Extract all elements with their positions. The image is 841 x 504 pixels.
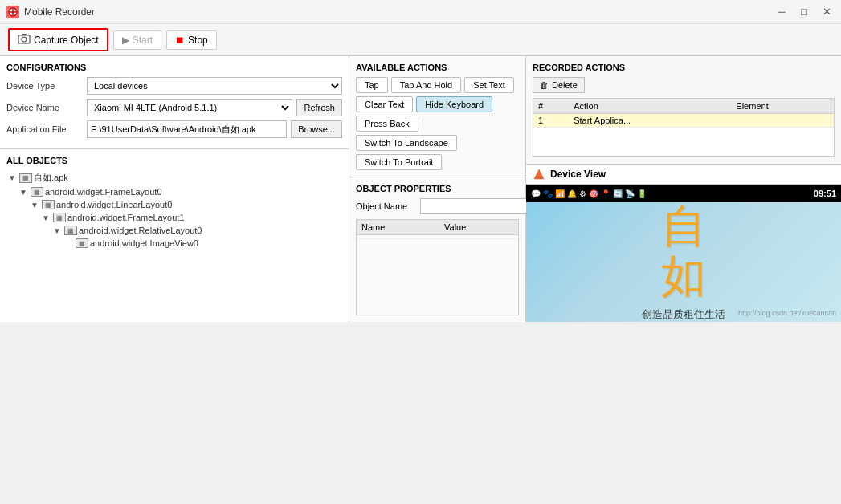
start-button[interactable]: ▶ Start [113, 30, 161, 50]
action-btn-tap[interactable]: Tap [356, 77, 388, 93]
device-view-logo [533, 168, 545, 181]
middle-panel: AVAILABLE ACTIONS TapTap And HoldSet Tex… [349, 56, 526, 322]
tree-label: android.widget.ImageView0 [90, 238, 198, 248]
tree-arrow: ▼ [29, 201, 40, 209]
tree-arrow: ▼ [40, 213, 51, 222]
recorded-col-num: # [533, 99, 569, 114]
device-name-label: Device Name [6, 103, 83, 112]
maximize-button[interactable]: □ [796, 4, 812, 20]
row-action: Start Applica... [569, 114, 731, 128]
action-btn-switch-portrait[interactable]: Switch To Portrait [356, 154, 442, 170]
wifi-icon: 🐾 [543, 189, 553, 198]
device-screen: 💬 🐾 📶 🔔 ⚙ 🎯 📍 🔄 📡 🔋 09:51 [526, 185, 841, 322]
all-objects-section: ALL OBJECTS ▼ ▦ 自如.apk ▼ ▦ android.widge… [0, 149, 349, 322]
tree-label: android.widget.LinearLayout0 [56, 200, 172, 209]
tree-item[interactable]: ▦ android.widget.ImageView0 [6, 237, 342, 250]
capture-object-button[interactable]: Capture Object [8, 28, 108, 51]
browse-button[interactable]: Browse... [291, 120, 342, 138]
app-file-label: Application File [6, 124, 83, 134]
device-type-select[interactable]: Local devices [87, 77, 342, 95]
window-controls: ─ □ ✕ [774, 4, 835, 20]
tree-item[interactable]: ▼ ▦ android.widget.FrameLayout1 [6, 211, 342, 224]
row-element [731, 114, 834, 128]
title-bar-left: Mobile Recorder [6, 6, 95, 18]
tree-label: android.widget.FrameLayout1 [67, 213, 185, 222]
watermark: http://blog.csdn.net/xuecancan [738, 309, 836, 317]
tree-arrow: ▼ [18, 188, 29, 197]
recorded-col-action: Action [569, 99, 731, 114]
available-actions-section: AVAILABLE ACTIONS TapTap And HoldSet Tex… [349, 56, 525, 177]
configurations-section: CONFIGURATIONS Device Type Local devices… [0, 56, 349, 149]
object-name-input[interactable] [420, 198, 537, 214]
refresh-button[interactable]: Refresh [296, 99, 342, 116]
recorded-table: # Action Element 1Start Applica... [533, 98, 835, 157]
tree-item[interactable]: ▼ ▦ 自如.apk [6, 170, 342, 185]
tree-item[interactable]: ▼ ▦ android.widget.FrameLayout0 [6, 185, 342, 198]
action-btn-switch-landscape[interactable]: Switch To Landscape [356, 135, 457, 151]
stop-button[interactable]: ⏹ Stop [166, 30, 217, 50]
cursor-icon: 🎯 [589, 189, 598, 198]
start-icon: ▶ [122, 35, 129, 46]
object-props-title: OBJECT PROPERTIES [356, 184, 519, 193]
svg-rect-5 [22, 34, 27, 35]
props-col-name: Name [357, 220, 439, 235]
app-title: Mobile Recorder [24, 6, 95, 18]
tree-arrow: ▼ [51, 226, 63, 235]
tree-arrow: ▼ [6, 173, 18, 182]
tree-label: android.widget.RelativeLayout0 [79, 226, 202, 235]
status-icons-left: 💬 🐾 📶 🔔 ⚙ 🎯 📍 🔄 📡 🔋 [531, 189, 647, 198]
device-type-row: Device Type Local devices [6, 77, 342, 95]
device-content: 自 如 创造品质租住生活 [526, 202, 841, 322]
configurations-title: CONFIGURATIONS [6, 63, 342, 72]
actions-buttons-container: TapTap And HoldSet TextClear TextHide Ke… [356, 77, 519, 170]
trash-icon: 🗑 [540, 80, 549, 90]
left-panel: CONFIGURATIONS Device Type Local devices… [0, 56, 349, 322]
app-logo: 自 如 [661, 202, 706, 301]
network1-icon: 🔄 [613, 189, 623, 198]
object-name-row: Object Name [356, 198, 519, 214]
recorded-actions-title: RECORDED ACTIONS [533, 63, 835, 72]
action-btn-clear-text[interactable]: Clear Text [356, 96, 413, 112]
device-name-select[interactable]: Xiaomi MI 4LTE (Android 5.1.1) [87, 99, 292, 116]
msg-icon: 💬 [531, 189, 541, 198]
app-tagline: 创造品质租住生活 [642, 307, 725, 322]
tree-icon: ▦ [42, 200, 55, 209]
tree-item[interactable]: ▼ ▦ android.widget.RelativeLayout0 [6, 224, 342, 237]
device-view-header: Device View [526, 165, 841, 185]
action-btn-press-back[interactable]: Press Back [356, 116, 418, 132]
action-btn-tap-and-hold[interactable]: Tap And Hold [391, 77, 461, 93]
status-time: 09:51 [814, 189, 836, 198]
svg-marker-6 [534, 169, 544, 179]
props-table: Name Value [356, 219, 519, 315]
camera-icon [18, 33, 31, 47]
tree-icon: ▦ [64, 226, 77, 235]
signal-icon: 📶 [555, 189, 565, 198]
device-view-title: Device View [550, 169, 606, 180]
recorded-col-element: Element [731, 99, 834, 114]
battery-icon: 🔋 [637, 189, 647, 198]
minimize-button[interactable]: ─ [774, 4, 790, 20]
action-btn-set-text[interactable]: Set Text [464, 77, 514, 93]
tree-icon: ▦ [53, 213, 66, 222]
tree-icon: ▦ [31, 187, 43, 197]
notification-icon: 🔔 [567, 189, 577, 198]
object-name-label: Object Name [356, 201, 416, 211]
location-icon: 📍 [601, 189, 610, 198]
stop-icon: ⏹ [175, 35, 185, 46]
delete-button[interactable]: 🗑 Delete [533, 77, 585, 93]
device-view-section: Device View 💬 🐾 📶 🔔 ⚙ 🎯 📍 🔄 📡 🔋 [526, 165, 841, 322]
close-button[interactable]: ✕ [819, 4, 835, 20]
action-btn-hide-keyboard[interactable]: Hide Keyboard [416, 96, 492, 112]
tree-icon: ▦ [19, 173, 32, 183]
app-file-input[interactable] [87, 120, 287, 138]
device-name-row: Device Name Xiaomi MI 4LTE (Android 5.1.… [6, 99, 342, 116]
recorded-actions-section: RECORDED ACTIONS 🗑 Delete # Action Eleme… [526, 56, 841, 165]
objects-tree: ▼ ▦ 自如.apk ▼ ▦ android.widget.FrameLayou… [6, 170, 342, 315]
props-col-value: Value [439, 220, 518, 235]
tree-item[interactable]: ▼ ▦ android.widget.LinearLayout0 [6, 198, 342, 211]
settings-icon: ⚙ [579, 189, 586, 198]
recorded-row[interactable]: 1Start Applica... [533, 114, 834, 128]
tree-label: 自如.apk [34, 172, 68, 184]
object-props-section: OBJECT PROPERTIES Object Name Name Value [349, 177, 525, 322]
all-objects-title: ALL OBJECTS [6, 156, 342, 165]
